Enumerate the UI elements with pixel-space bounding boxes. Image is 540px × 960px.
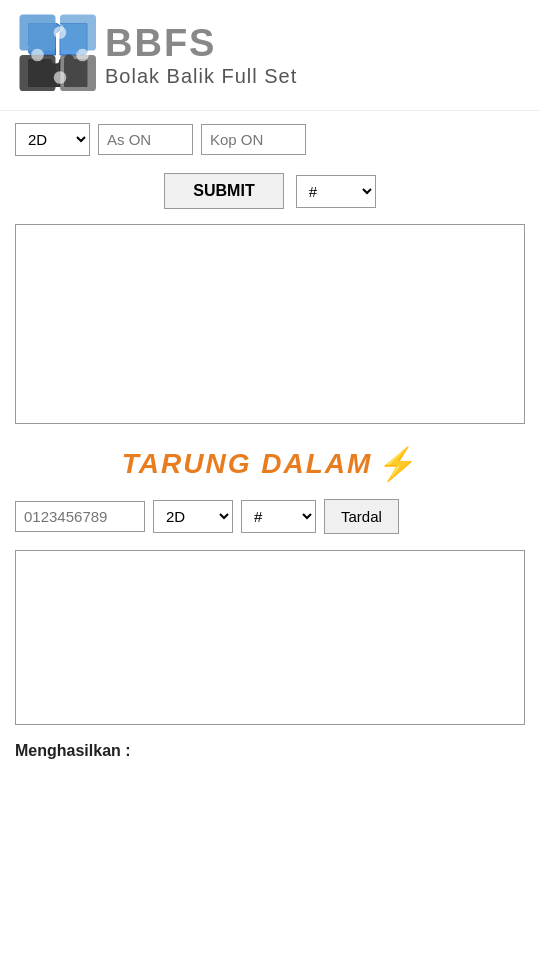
app-subtitle: Bolak Balik Full Set xyxy=(105,65,297,88)
phone-input[interactable] xyxy=(15,501,145,532)
submit-row: SUBMIT # ## ### xyxy=(0,168,540,214)
controls-row-1: 2D 3D 4D xyxy=(0,111,540,168)
dimension-select-2[interactable]: 2D 3D 4D xyxy=(153,500,233,533)
header-text: BBFS Bolak Balik Full Set xyxy=(105,22,297,88)
controls-row-2: 2D 3D 4D # ## ### Tardal xyxy=(0,491,540,542)
dimension-select[interactable]: 2D 3D 4D xyxy=(15,123,90,156)
svg-point-6 xyxy=(76,49,89,62)
svg-point-7 xyxy=(54,71,67,84)
header: BBFS Bolak Balik Full Set xyxy=(0,0,540,111)
tardal-button[interactable]: Tardal xyxy=(324,499,399,534)
svg-point-5 xyxy=(31,49,44,62)
hash-select[interactable]: # ## ### xyxy=(296,175,376,208)
lightning-icon: ⚡ xyxy=(378,445,418,483)
main-textarea[interactable] xyxy=(15,224,525,424)
app-title: BBFS xyxy=(105,22,297,65)
tarung-banner: TARUNG DALAM ⚡ xyxy=(0,437,540,491)
logo-icon xyxy=(15,10,105,100)
submit-button[interactable]: SUBMIT xyxy=(164,173,283,209)
result-label: Menghasilkan : xyxy=(15,742,131,759)
as-on-input[interactable] xyxy=(98,124,193,155)
hash-select-2[interactable]: # ## ### xyxy=(241,500,316,533)
tarung-text: TARUNG DALAM xyxy=(122,448,373,480)
svg-rect-3 xyxy=(60,55,96,91)
svg-point-4 xyxy=(54,26,67,39)
result-row: Menghasilkan : xyxy=(0,736,540,766)
svg-rect-0 xyxy=(20,15,56,51)
kop-on-input[interactable] xyxy=(201,124,306,155)
bottom-textarea[interactable] xyxy=(15,550,525,725)
